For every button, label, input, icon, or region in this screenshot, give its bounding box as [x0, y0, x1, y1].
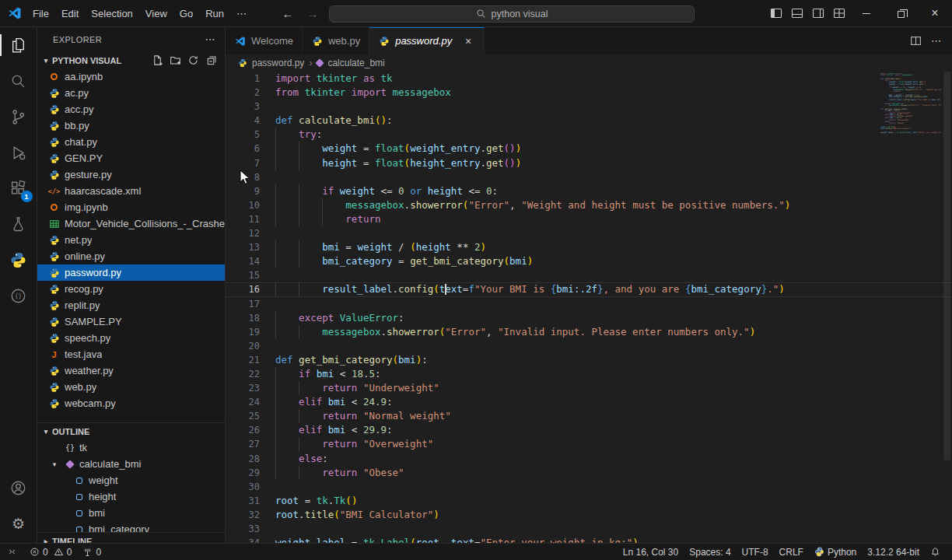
settings-button[interactable]: ⚙: [0, 506, 37, 541]
breadcrumb-item-symbol[interactable]: calculate_bmi: [327, 58, 384, 68]
split-editor-icon[interactable]: [910, 35, 922, 47]
activity-search-button[interactable]: [0, 63, 37, 99]
editor-scrollbar[interactable]: [941, 72, 952, 543]
file-item[interactable]: password.py: [37, 264, 225, 281]
line-number[interactable]: 11: [226, 212, 260, 226]
code-line[interactable]: 20: [226, 339, 952, 353]
code-line[interactable]: 18 except ValueError:: [226, 311, 952, 325]
explorer-more-icon[interactable]: ⋯: [205, 33, 215, 45]
minimize-button[interactable]: [849, 0, 884, 27]
code-line[interactable]: 21def get_bmi_category(bmi):: [226, 353, 952, 367]
file-item[interactable]: img.ipynb: [37, 199, 225, 215]
file-item[interactable]: net.py: [37, 232, 225, 248]
code-line[interactable]: 13 bmi = weight / (height ** 2): [226, 240, 952, 254]
line-number[interactable]: 15: [226, 268, 260, 282]
line-number[interactable]: 17: [226, 297, 260, 311]
toggle-sidebar-icon[interactable]: [765, 3, 786, 24]
refresh-icon[interactable]: [185, 53, 201, 68]
line-number[interactable]: 34: [226, 536, 260, 543]
line-number[interactable]: 22: [226, 367, 260, 381]
indentation[interactable]: Spaces: 4: [684, 544, 736, 560]
line-number[interactable]: 19: [226, 325, 260, 339]
code-line[interactable]: 29 return "Obese": [226, 466, 952, 480]
line-number[interactable]: 21: [226, 353, 260, 367]
line-number[interactable]: 25: [226, 409, 260, 423]
outline-item[interactable]: {}tk: [37, 439, 225, 456]
code-line[interactable]: 32root.title("BMI Calculator"): [226, 508, 952, 522]
line-number[interactable]: 14: [226, 254, 260, 268]
eol-sequence[interactable]: CRLF: [774, 544, 809, 560]
line-number[interactable]: 30: [226, 480, 260, 494]
line-number[interactable]: 32: [226, 508, 260, 522]
code-line[interactable]: 34weight_label = tk.Label(root, text="En…: [226, 536, 952, 543]
code-editor[interactable]: 1import tkinter as tk2from tkinter impor…: [226, 72, 952, 543]
workspace-section-header[interactable]: ▾ PYTHON VISUAL: [37, 51, 225, 68]
code-line[interactable]: 22 if bmi < 18.5:: [226, 367, 952, 381]
forward-button[interactable]: →: [304, 7, 321, 20]
file-item[interactable]: bb.py: [37, 117, 225, 134]
language-mode[interactable]: Python: [809, 544, 862, 560]
menu-item-view[interactable]: View: [139, 5, 173, 22]
tab-password-py[interactable]: password.py×: [369, 27, 485, 54]
code-line[interactable]: 23 return "Underweight": [226, 381, 952, 395]
timeline-section-header[interactable]: ▸ TIMELINE: [37, 532, 225, 543]
line-number[interactable]: 27: [226, 437, 260, 451]
code-line[interactable]: 25 return "Normal weight": [226, 409, 952, 423]
line-number[interactable]: 26: [226, 423, 260, 437]
line-number[interactable]: 10: [226, 198, 260, 212]
ports-indicator[interactable]: 0: [77, 544, 107, 560]
line-number[interactable]: 8: [226, 170, 260, 184]
file-item[interactable]: </>haarcascade.xml: [37, 183, 225, 199]
line-number[interactable]: 9: [226, 184, 260, 198]
outline-item[interactable]: weight: [37, 472, 225, 488]
customize-layout-icon[interactable]: [828, 3, 849, 24]
line-number[interactable]: 7: [226, 156, 260, 170]
line-number[interactable]: 1: [226, 72, 260, 86]
file-item[interactable]: weather.py: [37, 362, 225, 379]
code-line[interactable]: 12: [226, 226, 952, 240]
tab-welcome[interactable]: Welcome: [226, 27, 303, 54]
menu-item-go[interactable]: Go: [173, 5, 199, 22]
tab-web-py[interactable]: web.py: [303, 27, 369, 54]
breadcrumb-item-file[interactable]: password.py: [252, 58, 304, 68]
menu-item-run[interactable]: Run: [199, 5, 230, 22]
file-item[interactable]: online.py: [37, 248, 225, 264]
line-number[interactable]: 13: [226, 240, 260, 254]
file-item[interactable]: webcam.py: [37, 395, 225, 411]
file-item[interactable]: replit.py: [37, 297, 225, 313]
outline-item[interactable]: ▾calculate_bmi: [37, 456, 225, 472]
line-number[interactable]: 31: [226, 494, 260, 508]
line-number[interactable]: 3: [226, 100, 260, 114]
file-item[interactable]: GEN.PY: [37, 150, 225, 166]
code-line[interactable]: 3: [226, 100, 952, 114]
code-line[interactable]: 4def calculate_bmi():: [226, 114, 952, 128]
code-line[interactable]: 19 messagebox.showerror("Error", "Invali…: [226, 325, 952, 339]
close-button[interactable]: ×: [918, 0, 952, 27]
code-line[interactable]: 17: [226, 297, 952, 311]
line-number[interactable]: 20: [226, 339, 260, 353]
code-line[interactable]: 11 return: [226, 212, 952, 226]
restore-button[interactable]: [884, 0, 918, 27]
menu-item-selection[interactable]: Selection: [85, 5, 138, 22]
cursor-position[interactable]: Ln 16, Col 30: [618, 544, 684, 560]
line-number[interactable]: 29: [226, 466, 260, 480]
close-tab-icon[interactable]: ×: [461, 34, 475, 48]
code-line[interactable]: 26 elif bmi < 29.9:: [226, 423, 952, 437]
editor-more-icon[interactable]: ⋯: [931, 35, 941, 47]
code-line[interactable]: 30: [226, 480, 952, 494]
line-number[interactable]: 12: [226, 226, 260, 240]
outline-item[interactable]: bmi_category: [37, 521, 225, 532]
activity-python-button[interactable]: [0, 242, 37, 278]
remote-indicator[interactable]: [0, 544, 24, 560]
notifications-bell[interactable]: [925, 544, 946, 560]
command-center-search[interactable]: python visual: [329, 5, 695, 23]
problems-indicator[interactable]: 0 0: [24, 544, 77, 560]
account-button[interactable]: [0, 470, 37, 506]
code-line[interactable]: 14 bmi_category = get_bmi_category(bmi): [226, 254, 952, 268]
collapse-all-icon[interactable]: [203, 53, 219, 68]
activity-explorer-button[interactable]: [0, 27, 37, 63]
code-line[interactable]: 5 try:: [226, 128, 952, 142]
python-interpreter[interactable]: 3.12.2 64-bit: [862, 544, 925, 560]
line-number[interactable]: 24: [226, 395, 260, 409]
code-line[interactable]: 15: [226, 268, 952, 282]
